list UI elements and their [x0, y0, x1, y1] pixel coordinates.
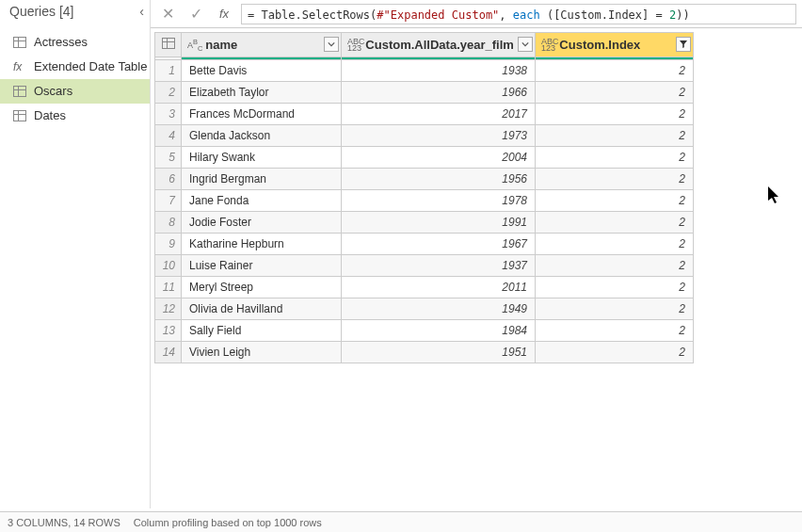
row-number[interactable]: 11 [155, 277, 182, 298]
table-row[interactable]: 5Hilary Swank20042 [155, 147, 694, 169]
table-row[interactable]: 13Sally Field19842 [155, 320, 694, 342]
cell-name[interactable]: Glenda Jackson [182, 125, 342, 147]
cell-name[interactable]: Sally Field [182, 320, 342, 342]
cell-name[interactable]: Hilary Swank [182, 147, 342, 169]
fx-icon[interactable]: fx [213, 3, 235, 25]
cell-index[interactable]: 2 [536, 190, 694, 212]
row-number[interactable]: 10 [155, 255, 182, 277]
cell-index[interactable]: 2 [536, 320, 694, 342]
cell-index[interactable]: 2 [536, 342, 694, 363]
cell-year[interactable]: 1991 [342, 212, 536, 234]
cell-index[interactable]: 2 [536, 169, 694, 190]
cell-year[interactable]: 1973 [342, 125, 536, 147]
collapse-icon[interactable]: ‹ [139, 0, 144, 23]
column-header-name[interactable]: ABC name [182, 33, 342, 57]
cell-year[interactable]: 2017 [342, 104, 536, 125]
table-row[interactable]: 8Jodie Foster19912 [155, 212, 694, 234]
cell-year[interactable]: 2011 [342, 277, 536, 298]
cell-index[interactable]: 2 [536, 147, 694, 169]
table-row[interactable]: 6Ingrid Bergman19562 [155, 169, 694, 190]
row-number[interactable]: 5 [155, 147, 182, 169]
fx-icon: fx [13, 55, 26, 79]
row-number[interactable]: 4 [155, 125, 182, 147]
row-number[interactable]: 8 [155, 212, 182, 234]
cell-name[interactable]: Olivia de Havilland [182, 298, 342, 320]
cell-year[interactable]: 1984 [342, 320, 536, 342]
cell-year[interactable]: 1937 [342, 255, 536, 277]
cell-index[interactable]: 2 [536, 212, 694, 234]
row-number[interactable]: 3 [155, 104, 182, 125]
table-row[interactable]: 11Meryl Streep20112 [155, 277, 694, 298]
query-item-dates[interactable]: Dates [0, 104, 150, 128]
table-icon [13, 110, 26, 121]
type-any-icon: ABC123 [541, 39, 556, 52]
cell-index[interactable]: 2 [536, 82, 694, 104]
query-list: ActressesfxExtended Date TableOscarsDate… [0, 30, 150, 128]
table-row[interactable]: 10Luise Rainer19372 [155, 255, 694, 277]
cell-index[interactable]: 2 [536, 234, 694, 255]
cell-index[interactable]: 2 [536, 277, 694, 298]
cell-name[interactable]: Luise Rainer [182, 255, 342, 277]
filter-active-icon[interactable] [676, 37, 691, 52]
cell-year[interactable]: 1967 [342, 234, 536, 255]
cell-year[interactable]: 1949 [342, 298, 536, 320]
column-header-custom-alldata-year-film[interactable]: ABC123 Custom.AllData.year_film [342, 33, 536, 57]
cell-index[interactable]: 2 [536, 298, 694, 320]
cell-name[interactable]: Meryl Streep [182, 277, 342, 298]
row-number[interactable]: 2 [155, 82, 182, 104]
cell-name[interactable]: Frances McDormand [182, 104, 342, 125]
cell-index[interactable]: 2 [536, 104, 694, 125]
chevron-down-icon[interactable] [324, 37, 339, 52]
cell-name[interactable]: Katharine Hepburn [182, 234, 342, 255]
cell-index[interactable]: 2 [536, 125, 694, 147]
cell-year[interactable]: 1938 [342, 60, 536, 82]
cell-name[interactable]: Jane Fonda [182, 190, 342, 212]
table-row[interactable]: 14Vivien Leigh19512 [155, 342, 694, 363]
query-item-extended-date-table[interactable]: fxExtended Date Table [0, 55, 150, 79]
cell-year[interactable]: 1956 [342, 169, 536, 190]
table-row[interactable]: 4Glenda Jackson19732 [155, 125, 694, 147]
row-number[interactable]: 6 [155, 169, 182, 190]
table-row[interactable]: 9Katharine Hepburn19672 [155, 234, 694, 255]
query-item-actresses[interactable]: Actresses [0, 30, 150, 55]
chevron-down-icon[interactable] [518, 37, 533, 52]
table-corner[interactable] [155, 33, 182, 57]
column-header-custom-index[interactable]: ABC123 Custom.Index [536, 33, 694, 57]
status-cols-rows: 3 COLUMNS, 14 ROWS [8, 517, 120, 528]
cell-name[interactable]: Jodie Foster [182, 212, 342, 234]
row-number[interactable]: 12 [155, 298, 182, 320]
cell-year[interactable]: 1966 [342, 82, 536, 104]
cell-year[interactable]: 1951 [342, 342, 536, 363]
row-number[interactable]: 14 [155, 342, 182, 363]
query-item-oscars[interactable]: Oscars [0, 79, 150, 104]
row-number[interactable]: 13 [155, 320, 182, 342]
confirm-icon[interactable]: ✓ [184, 3, 207, 25]
row-number[interactable]: 9 [155, 234, 182, 255]
cell-year[interactable]: 1978 [342, 190, 536, 212]
cell-name[interactable]: Bette Davis [182, 60, 342, 82]
table-container: ABC nameABC123 Custom.AllData.year_filmA… [151, 28, 802, 508]
cell-name[interactable]: Elizabeth Taylor [182, 82, 342, 104]
cell-index[interactable]: 2 [536, 60, 694, 82]
cell-name[interactable]: Ingrid Bergman [182, 169, 342, 190]
status-profiling: Column profiling based on top 1000 rows [134, 517, 322, 528]
cell-index[interactable]: 2 [536, 255, 694, 277]
status-bar: 3 COLUMNS, 14 ROWS Column profiling base… [0, 511, 802, 532]
query-label: Oscars [34, 79, 72, 104]
table-row[interactable]: 2Elizabeth Taylor19662 [155, 82, 694, 104]
row-number[interactable]: 7 [155, 190, 182, 212]
type-text-icon: ABC [187, 38, 202, 53]
row-number[interactable]: 1 [155, 60, 182, 82]
cell-year[interactable]: 2004 [342, 147, 536, 169]
table-row[interactable]: 7Jane Fonda19782 [155, 190, 694, 212]
formula-input[interactable]: = Table.SelectRows(#"Expanded Custom", e… [241, 4, 796, 24]
table-icon [13, 37, 26, 48]
type-any-icon: ABC123 [347, 39, 362, 52]
table-row[interactable]: 1Bette Davis19382 [155, 60, 694, 82]
table-row[interactable]: 3Frances McDormand20172 [155, 104, 694, 125]
cell-name[interactable]: Vivien Leigh [182, 342, 342, 363]
column-name: name [205, 38, 237, 52]
table-row[interactable]: 12Olivia de Havilland19492 [155, 298, 694, 320]
cancel-icon[interactable]: ✕ [156, 3, 179, 25]
formula-bar: ✕ ✓ fx = Table.SelectRows(#"Expanded Cus… [151, 0, 802, 28]
